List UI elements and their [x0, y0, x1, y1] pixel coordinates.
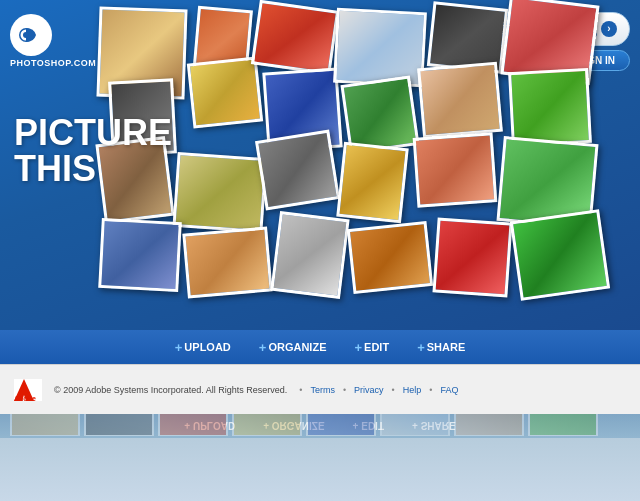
collage-photo-23 — [432, 217, 512, 297]
hero-headline: PICTURE THIS — [14, 115, 172, 187]
copyright-text: © 2009 Adobe Systems Incorporated. All R… — [54, 385, 287, 395]
reflection-photo-6 — [380, 414, 450, 436]
adobe-logo-icon: Adobe — [14, 379, 42, 401]
collage-photo-4 — [187, 57, 263, 129]
reflection-photo-3 — [158, 414, 228, 436]
collage-photo-10 — [417, 62, 503, 139]
footer-link-help[interactable]: Help — [403, 385, 422, 395]
collage-photo-19 — [98, 218, 182, 292]
reflection-area: + UPLOAD + ORGANIZE + EDIT + SHARE — [0, 414, 640, 501]
reflection-photo-4 — [232, 414, 302, 436]
collage-photo-7 — [333, 8, 427, 88]
footer-link-faq[interactable]: FAQ — [440, 385, 458, 395]
reflection-photo-7 — [454, 414, 524, 436]
footer-link-terms[interactable]: Terms — [310, 385, 335, 395]
collage-photo-12 — [508, 68, 592, 147]
nav-edit[interactable]: + EDIT — [354, 340, 389, 355]
reflection-photo-2 — [84, 414, 154, 436]
hero-section: PHOTOSHOP.COM TEST DRIVE JOIN GET STARTE… — [0, 0, 640, 330]
collage-photo-24 — [510, 209, 610, 301]
bottom-nav-bar: + UPLOAD + ORGANIZE + EDIT + SHARE — [0, 330, 640, 364]
collage-photo-15 — [255, 130, 340, 211]
svg-text:Adobe: Adobe — [14, 395, 36, 401]
collage-photo-22 — [347, 221, 433, 294]
collage-photo-5 — [251, 0, 339, 75]
collage-photo-20 — [182, 226, 272, 298]
reflection-photos — [0, 414, 640, 438]
reflection-photo-1 — [10, 414, 80, 436]
footer: Adobe © 2009 Adobe Systems Incorporated.… — [0, 364, 640, 414]
footer-links: • Terms • Privacy • Help • FAQ — [299, 385, 458, 395]
collage-photo-21 — [270, 211, 349, 299]
reflection-photo-5 — [306, 414, 376, 436]
nav-share[interactable]: + SHARE — [417, 340, 465, 355]
collage-photo-16 — [336, 142, 408, 223]
reflection-photo-8 — [528, 414, 598, 436]
footer-link-privacy[interactable]: Privacy — [354, 385, 384, 395]
nav-organize[interactable]: + ORGANIZE — [259, 340, 327, 355]
collage-photo-17 — [413, 132, 498, 207]
nav-upload[interactable]: + UPLOAD — [175, 340, 231, 355]
collage-photo-14 — [172, 152, 267, 233]
